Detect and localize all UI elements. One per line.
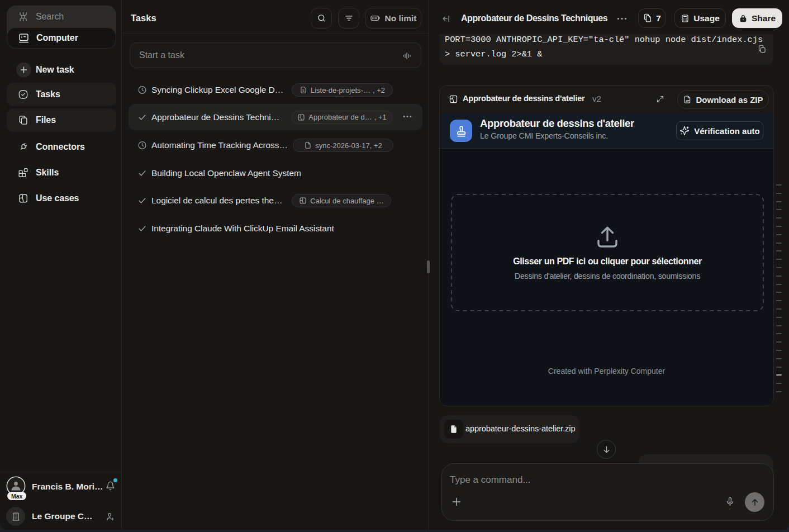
svg-text:ZIP: ZIP: [686, 99, 690, 102]
